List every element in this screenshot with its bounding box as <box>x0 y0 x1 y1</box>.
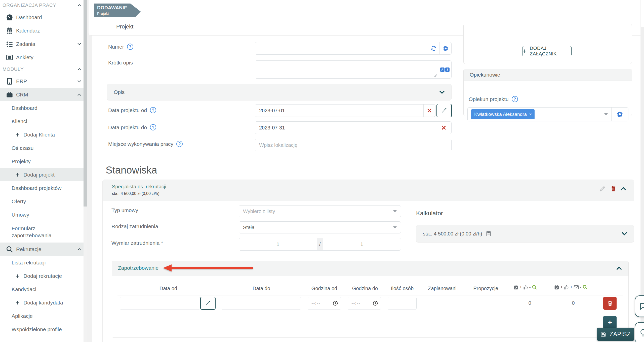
dropdown-caret-icon <box>604 113 608 115</box>
add-row-button[interactable]: + <box>603 316 617 329</box>
sidebar-item-dodaj-rekrutacje[interactable]: +Dodaj rekrutacje <box>0 269 87 283</box>
briefcase-icon <box>6 91 13 98</box>
sidebar-item-dashboard-projektow[interactable]: Dashboard projektów <box>0 181 87 195</box>
sidebar-item-label: ERP <box>16 78 27 84</box>
sidebar-item-lista-rekrutacji[interactable]: Lista rekrutacji <box>0 256 87 269</box>
remove-tag-icon[interactable]: × <box>529 112 532 117</box>
position-card-header[interactable]: Specjalista ds. rekrutacji sta.: 4 500,0… <box>103 180 634 201</box>
chevron-up-icon[interactable] <box>616 266 622 270</box>
row-data-do-input[interactable] <box>222 297 301 310</box>
dashboard-icon <box>6 14 13 21</box>
sidebar-item-rekrutacje[interactable]: Rekrutacje <box>0 243 87 256</box>
row-godzina-do-input[interactable]: --:-- <box>348 297 381 310</box>
edit-icon[interactable] <box>599 185 606 192</box>
quick-date-od-button[interactable] <box>436 104 452 117</box>
sidebar-item-aplikacje[interactable]: Aplikacje <box>0 309 87 323</box>
chevron-down-icon <box>439 90 445 94</box>
sidebar-item-projekty[interactable]: Projekty <box>0 155 87 168</box>
clear-date-do-button[interactable] <box>436 122 451 134</box>
chevron-up-icon[interactable] <box>621 187 626 190</box>
sidebar-item-dodaj-projekt[interactable]: +Dodaj projekt <box>0 168 87 181</box>
demand-header[interactable]: Zapotrzebowanie <box>112 261 628 276</box>
sidebar-item-os-czasu[interactable]: Oś czasu <box>0 141 87 155</box>
guardian-settings-button[interactable] <box>611 108 628 121</box>
data-od-label-wrap: Data projektu od ? <box>108 107 156 113</box>
regenerate-number-button[interactable] <box>428 42 439 54</box>
rodzaj-select[interactable]: Stała <box>239 221 401 233</box>
sidebar-section-moduly[interactable]: MODUŁY <box>0 64 87 75</box>
sidebar-item-kandydaci[interactable]: Kandydaci <box>0 283 87 296</box>
save-icon <box>600 331 606 337</box>
chat-float-button[interactable] <box>635 295 644 317</box>
kalkulator-accordion[interactable]: sta.: 4 500,00 zł (0,00 zł/h) <box>416 225 634 243</box>
sidebar-item-ankiety[interactable]: Ankiety <box>0 51 87 64</box>
chevron-up-icon <box>77 248 81 251</box>
help-icon[interactable]: ? <box>512 96 518 102</box>
row-ilosc-osob-input[interactable] <box>388 297 417 310</box>
data-od-group <box>255 104 435 117</box>
main-scrollbar[interactable] <box>641 27 644 342</box>
help-float-button[interactable] <box>635 322 644 342</box>
numer-input[interactable] <box>255 42 428 54</box>
delete-position-icon[interactable] <box>610 185 617 192</box>
sidebar-item-klienci[interactable]: Klienci <box>0 115 87 128</box>
krotki-opis-label-wrap: Krótki opis <box>108 60 133 66</box>
sidebar-item-zadania[interactable]: Zadania <box>0 37 87 51</box>
help-icon[interactable]: ? <box>176 141 183 147</box>
building-icon <box>6 78 13 85</box>
refresh-icon <box>431 45 437 51</box>
add-attachment-button[interactable]: DODAJ ZAŁĄCZNIK <box>522 46 572 56</box>
krotki-opis-textarea[interactable] <box>255 61 438 78</box>
row-data-od-input[interactable] <box>120 297 200 310</box>
sidebar-section-organizacja[interactable]: ORGANIZACJA PRACY <box>0 0 87 11</box>
clear-date-od-button[interactable] <box>423 105 435 117</box>
sidebar-item-label: Zadania <box>16 41 35 47</box>
translate-button[interactable]: Aż <box>438 61 451 78</box>
help-icon[interactable]: ? <box>127 44 133 50</box>
data-od-input[interactable] <box>255 105 423 117</box>
sidebar-scrollbar[interactable] <box>84 0 87 342</box>
sidebar-item-wspoldzielone-profile[interactable]: Współdzielone profile <box>0 323 87 336</box>
section-label: ORGANIZACJA PRACY <box>3 3 56 8</box>
sidebar-item-kalendarz[interactable]: Kalendarz <box>0 24 87 37</box>
row-quick-date-button[interactable] <box>200 297 216 310</box>
row-delete-button[interactable] <box>603 297 617 310</box>
plus-icon: + <box>16 273 19 279</box>
plus-icon: + <box>16 131 19 138</box>
number-settings-button[interactable] <box>439 42 451 54</box>
calendar-check-icon <box>513 285 518 290</box>
sidebar-item-dodaj-kandydata[interactable]: +Dodaj kandydata <box>0 296 87 309</box>
opis-accordion[interactable]: Opis <box>107 84 452 100</box>
tasks-icon <box>6 41 13 48</box>
col-zaplanowani: Zaplanowani <box>417 286 467 291</box>
sidebar-item-erp[interactable]: ERP <box>0 75 87 88</box>
wymiar-numerator-input[interactable]: 1 <box>239 238 317 250</box>
sidebar-item-dodaj-klienta[interactable]: +Dodaj Klienta <box>0 128 87 141</box>
sidebar-item-umowy[interactable]: Umowy <box>0 208 87 221</box>
sidebar-item-crm-dashboard[interactable]: Dashboard <box>0 101 87 115</box>
miejsce-input[interactable] <box>255 139 452 151</box>
sidebar-item-oferty[interactable]: Oferty <box>0 195 87 208</box>
wymiar-denominator-input[interactable]: 1 <box>323 238 401 250</box>
data-do-input[interactable] <box>255 122 436 134</box>
help-icon[interactable]: ? <box>150 107 156 113</box>
sidebar-item-dashboard[interactable]: Dashboard <box>0 11 87 24</box>
tab-projekt[interactable]: Projekt <box>116 23 133 30</box>
x-icon <box>427 108 432 113</box>
breadcrumb-mode: DODAWANIE <box>97 5 141 11</box>
gear-icon <box>443 46 449 51</box>
guardian-multiselect[interactable]: Kwiatkowska Aleksandra × <box>468 108 611 121</box>
breadcrumb: DODAWANIE Projekt <box>94 4 141 17</box>
row-godzina-od-input[interactable]: --:-- <box>308 297 341 310</box>
typ-umowy-select[interactable]: Wybierz z listy <box>239 205 401 217</box>
resize-grip-icon[interactable] <box>434 74 437 77</box>
sidebar-item-formularz-zapotrzebowania[interactable]: Formularz zapotrzebowania <box>0 221 87 243</box>
sidebar-scrollbar-thumb[interactable] <box>84 0 87 207</box>
help-icon[interactable]: ? <box>150 124 156 130</box>
chevron-up-icon <box>77 93 81 96</box>
save-button[interactable]: ZAPISZ <box>597 328 634 341</box>
sidebar-item-crm[interactable]: CRM <box>0 88 87 101</box>
wymiar-label-wrap: Wymiar zatrudnienia * <box>111 240 163 246</box>
sidebar-item-label: Ankiety <box>16 54 33 60</box>
attachments-card: DODAJ ZAŁĄCZNIK <box>463 24 632 64</box>
